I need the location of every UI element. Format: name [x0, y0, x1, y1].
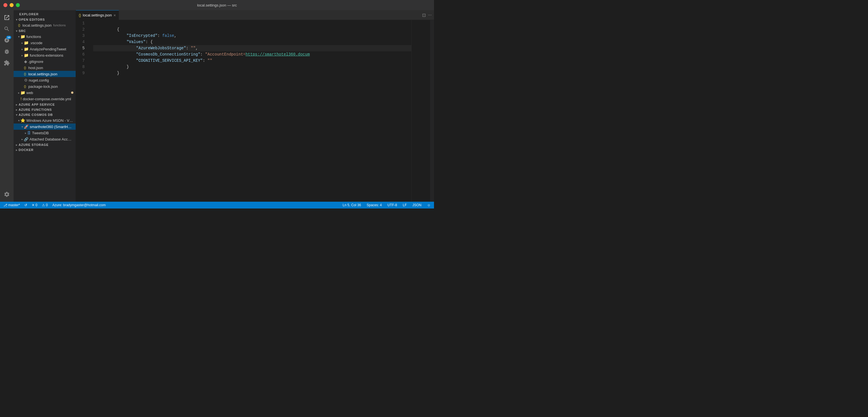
- line-ending-status[interactable]: LF: [402, 203, 408, 207]
- error-count: 0: [35, 203, 37, 207]
- more-actions-icon[interactable]: ···: [428, 12, 432, 18]
- scrollbar[interactable]: [430, 20, 434, 202]
- cursor-position[interactable]: Ln 5, Col 36: [342, 203, 362, 207]
- colon-5: :: [200, 52, 205, 57]
- gitignore-arrow: [22, 60, 23, 63]
- azure-app-service-section[interactable]: ▸ AZURE APP SERVICE: [13, 102, 75, 107]
- editor-area: {} local.settings.json × ⊡ ··· 1 2 3 4 5…: [76, 10, 434, 202]
- host-json-file[interactable]: {} host.json: [13, 65, 75, 71]
- source-control-activity-icon[interactable]: 10: [2, 35, 12, 45]
- func-ext-icon: 📁: [24, 53, 29, 58]
- warnings-status[interactable]: ⚠ 0: [41, 203, 49, 207]
- web-folder[interactable]: ▸ 📁 web: [13, 90, 75, 96]
- split-editor-icon[interactable]: ⊡: [422, 12, 426, 18]
- branch-status[interactable]: ⎇ master*: [2, 203, 21, 207]
- analyze-folder[interactable]: ▸ 📁 AnalyzePendingTweet: [13, 46, 75, 52]
- brace-close-7: }: [127, 65, 129, 69]
- tab-local-settings[interactable]: {} local.settings.json ×: [76, 10, 119, 20]
- local-settings-label: local.settings.json: [28, 72, 58, 76]
- attached-db-accounts[interactable]: ▸ 🔗 Attached Database Accounts: [13, 136, 75, 142]
- local-settings-file[interactable]: {} local.settings.json: [13, 71, 75, 77]
- functions-ext-folder[interactable]: ▸ 📁 functions-extensions: [13, 52, 75, 58]
- azure-storage-section[interactable]: ▸ AZURE STORAGE: [13, 142, 75, 147]
- host-json-icon: {}: [24, 66, 26, 69]
- status-bar: ⎇ master* ↺ ✕ 0 ⚠ 0 Azure: bradymgaster@…: [0, 202, 434, 208]
- editor-content[interactable]: 1 2 3 4 5 6 7 8 9 { "IsEncrypted": false…: [76, 20, 434, 202]
- sidebar: EXPLORER ▾ OPEN EDITORS {} local.setting…: [13, 10, 76, 202]
- docker-override-file[interactable]: ! docker-compose.override.yml: [13, 96, 75, 102]
- open-editors-section[interactable]: ▾ OPEN EDITORS: [13, 17, 75, 22]
- smiley-status[interactable]: ☺: [426, 203, 432, 207]
- web-arrow: ▸: [18, 91, 20, 94]
- azure-status[interactable]: Azure: bradymgaster@hotmail.com: [51, 203, 107, 207]
- minimize-button[interactable]: [10, 3, 13, 7]
- nuget-arrow: [22, 79, 23, 82]
- code-line-9: [93, 70, 411, 76]
- src-section[interactable]: ▾ SRC: [13, 28, 75, 33]
- functions-folder-icon: 📁: [21, 34, 25, 39]
- line-num-3: 3: [76, 33, 85, 39]
- explorer-activity-icon[interactable]: [2, 12, 12, 23]
- isencrypted-key: "IsEncrypted": [127, 33, 157, 38]
- errors-status[interactable]: ✕ 0: [31, 203, 38, 207]
- code-line-1: {: [93, 20, 411, 26]
- tweetsdb-label: TweetsDB: [32, 131, 49, 135]
- web-label: web: [26, 91, 33, 95]
- open-editors-label: OPEN EDITORS: [19, 18, 45, 21]
- cognitive-key: "COGNITIVE_SERVICES_API_KEY": [136, 58, 203, 63]
- open-editor-local-settings[interactable]: {} local.settings.json functions: [13, 22, 75, 28]
- encoding-status[interactable]: UTF-8: [386, 203, 398, 207]
- docker-section[interactable]: ▸ DOCKER: [13, 147, 75, 152]
- maximize-button[interactable]: [16, 3, 20, 7]
- sidebar-title: EXPLORER: [13, 10, 75, 17]
- sync-status[interactable]: ↺: [23, 203, 28, 207]
- webjobs-key: "AzureWebJobsStorage": [136, 46, 186, 51]
- azure-functions-label: AZURE FUNCTIONS: [19, 108, 52, 111]
- language-status[interactable]: JSON: [411, 203, 423, 207]
- tab-icon: {}: [79, 13, 81, 17]
- nuget-icon: ⚙: [24, 78, 28, 83]
- tab-filename: local.settings.json: [83, 13, 112, 17]
- host-json-label: host.json: [28, 66, 43, 70]
- azure-storage-arrow: ▸: [16, 143, 18, 147]
- debug-activity-icon[interactable]: [2, 46, 12, 57]
- settings-activity-icon[interactable]: [2, 189, 12, 199]
- vscode-arrow: ▸: [22, 41, 23, 44]
- line-num-9: 9: [76, 70, 85, 76]
- cosmosdb-key: "CosmosDb_ConnectionString": [136, 52, 200, 57]
- analyze-folder-icon: 📁: [24, 47, 29, 51]
- tab-close-button[interactable]: ×: [114, 13, 116, 17]
- spaces-setting[interactable]: Spaces: 4: [366, 203, 383, 207]
- azure-cosmos-db-section[interactable]: ▾ AZURE COSMOS DB: [13, 112, 75, 117]
- gitignore-file[interactable]: ◆ .gitignore: [13, 58, 75, 65]
- search-activity-icon[interactable]: [2, 24, 12, 34]
- azure-functions-arrow: ▸: [16, 108, 18, 111]
- pkg-lock-label: package-lock.json: [28, 85, 58, 89]
- extensions-activity-icon[interactable]: [2, 58, 12, 68]
- vscode-folder[interactable]: ▸ 📁 .vscode: [13, 40, 75, 46]
- smarthotel360-account[interactable]: ▾ 🚀 smarthotel360 (SmartHotel360): [13, 124, 75, 130]
- brace-3: {: [150, 40, 153, 44]
- azure-subscription[interactable]: ▾ ⭐ Windows Azure MSDN - Visual Studio U…: [13, 117, 75, 124]
- azure-functions-section[interactable]: ▸ AZURE FUNCTIONS: [13, 107, 75, 112]
- sidebar-content: ▾ OPEN EDITORS {} local.settings.json fu…: [13, 17, 75, 202]
- position-label: Ln 5, Col 36: [343, 203, 361, 207]
- cosmosdb-url: https://smarthotel360.docum: [246, 52, 310, 57]
- nuget-config-file[interactable]: ⚙ nuget.config: [13, 77, 75, 83]
- encoding-label: UTF-8: [388, 203, 397, 207]
- colon-6: :: [203, 58, 207, 63]
- functions-folder[interactable]: ▾ 📁 functions: [13, 33, 75, 40]
- tweetsdb-item[interactable]: ▸ 🗄 TweetsDB: [13, 130, 75, 136]
- tweetsdb-arrow: ▸: [25, 131, 26, 134]
- error-icon: ✕: [32, 203, 35, 207]
- language-label: JSON: [412, 203, 422, 207]
- line-num-7: 7: [76, 58, 85, 64]
- subscription-label: Windows Azure MSDN - Visual Studio Ul...: [26, 119, 73, 123]
- functions-arrow: ▾: [18, 35, 20, 38]
- cognitive-value: "": [207, 58, 212, 63]
- close-button[interactable]: [3, 3, 7, 7]
- package-lock-file[interactable]: {} package-lock.json: [13, 83, 75, 90]
- sync-icon: ↺: [24, 203, 27, 207]
- line-numbers: 1 2 3 4 5 6 7 8 9: [76, 20, 89, 202]
- code-area[interactable]: { "IsEncrypted": false, "Values": { "Azu…: [89, 20, 411, 202]
